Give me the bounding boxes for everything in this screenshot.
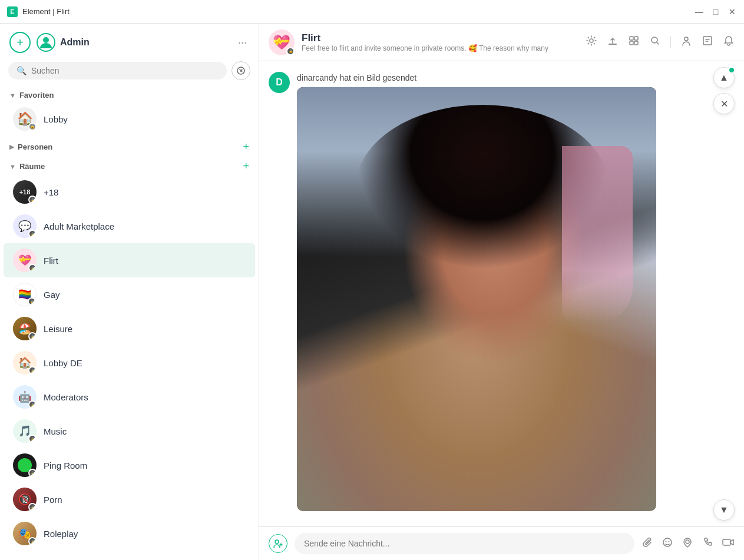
room-name-lobby-de: Lobby DE xyxy=(44,358,82,368)
explore-button[interactable] xyxy=(232,61,250,80)
search-area: 🔍 xyxy=(0,61,259,86)
chat-header-actions xyxy=(586,35,735,49)
room-name-music: Music xyxy=(44,426,67,436)
room-avatar-porn: 🔞 🔒 xyxy=(13,488,37,511)
room-name-ping-room: Ping Room xyxy=(44,460,87,470)
svg-rect-19 xyxy=(723,539,730,545)
search-input[interactable] xyxy=(31,66,219,75)
room-avatar-gay: 🏳️‍🌈 🔒 xyxy=(13,283,37,306)
user-area: Admin xyxy=(37,33,230,52)
sidebar-item-adult-marketplace[interactable]: 💬 🔒 Adult Marketplace xyxy=(4,209,255,243)
svg-rect-11 xyxy=(703,37,712,45)
upload-icon[interactable] xyxy=(607,35,619,49)
window-controls: — □ ✕ xyxy=(695,7,737,16)
room-avatar-roleplay: 🎭 🔒 xyxy=(13,522,37,545)
sidebar-item-flirt[interactable]: 💝 🔒 Flirt xyxy=(4,243,255,277)
svg-rect-5 xyxy=(630,37,633,40)
room-avatar-leisure: 🏖️ 🔒 xyxy=(13,317,37,340)
sidebar-item-moderators[interactable]: 🤖 🔒 Moderators xyxy=(4,380,255,414)
info-panel-icon[interactable] xyxy=(702,35,713,49)
sidebar-item-gay[interactable]: 🏳️‍🌈 🔒 Gay xyxy=(4,277,255,312)
main-layout: + Admin ··· 🔍 xyxy=(0,24,744,560)
sidebar-item-18[interactable]: +18 🔒 +18 xyxy=(4,175,255,209)
chat-room-avatar: 💝 🔒 xyxy=(269,29,295,55)
room-avatar-adult-marketplace: 💬 🔒 xyxy=(13,214,37,238)
chat-room-name: Flirt xyxy=(302,32,578,44)
minimize-button[interactable]: — xyxy=(695,7,704,16)
emoji-icon[interactable] xyxy=(662,536,673,551)
room-name-leisure: Leisure xyxy=(44,324,72,334)
add-member-button[interactable] xyxy=(269,534,287,553)
message-group: D dinarcandy hat ein Bild gesendet xyxy=(269,71,735,511)
settings-icon[interactable] xyxy=(586,35,597,49)
phone-icon[interactable] xyxy=(702,536,713,551)
unread-badge xyxy=(728,67,735,74)
lock-icon: 🔒 xyxy=(30,124,35,129)
add-room-plus-button[interactable]: + xyxy=(243,160,249,173)
bell-icon[interactable] xyxy=(723,35,735,49)
room-list: ▼ Favoriten 🏠 🔒 Lobby ▶ Personen + xyxy=(0,86,259,560)
message-image[interactable] xyxy=(297,87,656,511)
location-icon[interactable] xyxy=(682,536,693,551)
room-avatar-moderators: 🤖 🔒 xyxy=(13,385,37,409)
lobby-label: Lobby xyxy=(44,114,68,124)
room-name-moderators: Moderators xyxy=(44,392,88,402)
user-avatar-icon xyxy=(37,33,55,52)
svg-point-3 xyxy=(590,39,593,42)
close-button[interactable]: ✕ xyxy=(728,7,737,16)
add-room-button[interactable]: + xyxy=(9,32,31,53)
profile-icon[interactable] xyxy=(680,35,692,49)
maximize-button[interactable]: □ xyxy=(711,7,720,16)
sidebar-item-music[interactable]: 🎵 🔒 Music xyxy=(4,414,255,448)
svg-point-16 xyxy=(666,541,667,542)
room-name-porn: Porn xyxy=(44,495,62,505)
sidebar-item-roleplay[interactable]: 🎭 🔒 Roleplay xyxy=(4,516,255,551)
svg-rect-6 xyxy=(634,37,638,40)
chat-area: 💝 🔒 Flirt Feel free to flirt and invite … xyxy=(259,24,744,560)
room-avatar-music: 🎵 🔒 xyxy=(13,419,37,443)
sidebar-item-ping-room[interactable]: 🔒 Ping Room xyxy=(4,448,255,482)
scroll-down-button[interactable]: ▼ xyxy=(713,499,735,521)
lobby-icon: 🏠 🔒 xyxy=(13,107,37,131)
svg-point-17 xyxy=(669,541,670,542)
user-name: Admin xyxy=(60,37,90,48)
room-name-gay: Gay xyxy=(44,290,60,300)
input-actions xyxy=(642,536,735,551)
svg-rect-7 xyxy=(630,41,633,45)
chevron-right-icon: ▶ xyxy=(9,143,14,151)
room-avatar-18: +18 🔒 xyxy=(13,180,37,204)
header-divider xyxy=(670,37,671,48)
room-avatar-lobby-de: 🏠 🔒 xyxy=(13,351,37,375)
section-raume[interactable]: ▼ Räume + xyxy=(0,155,259,175)
room-avatar-flirt: 💝 🔒 xyxy=(13,248,37,272)
sidebar-item-leisure[interactable]: 🏖️ 🔒 Leisure xyxy=(4,312,255,346)
sidebar-header: + Admin ··· xyxy=(0,24,259,61)
sidebar-item-lobby[interactable]: 🏠 🔒 Lobby xyxy=(4,102,255,136)
chevron-down-icon: ▼ xyxy=(9,92,16,99)
message-avatar: D xyxy=(269,72,290,93)
attach-icon[interactable] xyxy=(642,536,653,551)
section-raume-label: Räume xyxy=(19,162,243,171)
add-person-button[interactable]: + xyxy=(243,141,249,153)
message-input[interactable] xyxy=(295,533,634,554)
scroll-up-button[interactable]: ▲ xyxy=(713,67,735,88)
sidebar-item-porn[interactable]: 🔞 🔒 Porn xyxy=(4,482,255,516)
search-icon: 🔍 xyxy=(16,66,27,75)
section-personen-label: Personen xyxy=(18,143,243,151)
window-title: Element | Flirt xyxy=(22,7,695,16)
section-personen[interactable]: ▶ Personen + xyxy=(0,136,259,155)
room-name-18: +18 xyxy=(44,187,58,197)
svg-point-1 xyxy=(43,37,49,43)
section-favoriten[interactable]: ▼ Favoriten xyxy=(0,86,259,102)
sidebar-item-lobby-de[interactable]: 🏠 🔒 Lobby DE xyxy=(4,346,255,380)
more-options-button[interactable]: ··· xyxy=(236,34,249,51)
search-input-wrap: 🔍 xyxy=(8,62,227,79)
grid-icon[interactable] xyxy=(628,35,640,49)
chat-room-description: Feel free to flirt and invite someone in… xyxy=(302,44,578,52)
room-avatar-ping-room: 🔒 xyxy=(13,453,37,477)
room-name-flirt: Flirt xyxy=(44,256,58,266)
scroll-close-button[interactable]: ✕ xyxy=(713,93,735,114)
section-favoriten-label: Favoriten xyxy=(19,91,249,100)
video-icon[interactable] xyxy=(722,536,735,551)
search-header-icon[interactable] xyxy=(649,35,661,49)
